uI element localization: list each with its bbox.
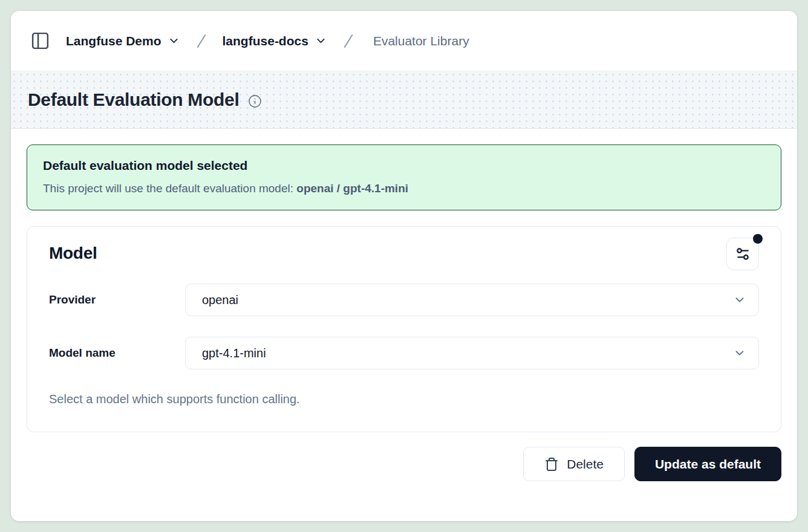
- page-title: Default Evaluation Model: [28, 89, 239, 110]
- model-name-row: Model name gpt-4.1-mini: [49, 337, 759, 369]
- alert-title: Default evaluation model selected: [43, 158, 765, 173]
- breadcrumb-project-label: langfuse-docs: [223, 34, 308, 48]
- provider-label: Provider: [49, 293, 185, 307]
- update-button-label: Update as default: [655, 457, 761, 472]
- update-as-default-button[interactable]: Update as default: [634, 447, 781, 481]
- page-header: Default Evaluation Model: [11, 71, 797, 129]
- breadcrumb-project-selector[interactable]: langfuse-docs: [223, 34, 327, 48]
- provider-selected-value: openai: [202, 293, 238, 307]
- chevron-down-icon: [314, 34, 327, 47]
- breadcrumb-org-label: Langfuse Demo: [66, 34, 161, 48]
- app-window: Langfuse Demo langfuse-docs Evaluator Li…: [11, 11, 797, 521]
- breadcrumb-separator-icon: [192, 32, 210, 50]
- model-card-title: Model: [49, 244, 97, 263]
- alert-body-text: This project will use the default evalua…: [43, 182, 296, 195]
- alert-body: This project will use the default evalua…: [43, 182, 765, 195]
- model-name-select[interactable]: gpt-4.1-mini: [185, 337, 759, 369]
- model-name-label: Model name: [49, 346, 185, 360]
- info-icon[interactable]: [248, 94, 262, 108]
- model-card: Model Provider openai: [27, 226, 781, 432]
- delete-button[interactable]: Delete: [523, 447, 625, 481]
- model-name-selected-value: gpt-4.1-mini: [202, 346, 266, 360]
- form-actions: Delete Update as default: [27, 447, 781, 481]
- chevron-down-icon: [168, 34, 180, 47]
- model-card-header: Model: [49, 238, 759, 270]
- main-content: Default evaluation model selected This p…: [11, 129, 797, 521]
- breadcrumb-page-label[interactable]: Evaluator Library: [373, 34, 469, 48]
- chevron-down-icon: [733, 293, 746, 307]
- model-helper-text: Select a model which supports function c…: [49, 392, 759, 406]
- panel-left-icon: [30, 31, 50, 51]
- provider-select[interactable]: openai: [185, 284, 759, 316]
- advanced-settings-wrap: [726, 238, 759, 270]
- breadcrumb-separator-icon: [339, 32, 357, 50]
- settings-active-badge: [753, 234, 763, 244]
- delete-button-label: Delete: [567, 457, 604, 472]
- topbar: Langfuse Demo langfuse-docs Evaluator Li…: [11, 11, 797, 71]
- chevron-down-icon: [733, 346, 746, 360]
- trash-icon: [544, 457, 559, 472]
- sidebar-toggle-button[interactable]: [30, 31, 50, 51]
- breadcrumb-org-selector[interactable]: Langfuse Demo: [66, 34, 180, 48]
- provider-row: Provider openai: [49, 284, 759, 316]
- default-model-alert: Default evaluation model selected This p…: [27, 144, 781, 210]
- alert-model-name: openai / gpt-4.1-mini: [296, 182, 408, 195]
- sliders-icon: [735, 246, 751, 262]
